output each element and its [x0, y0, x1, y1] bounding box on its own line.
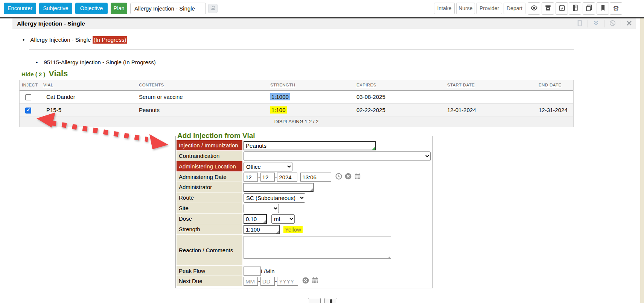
stage-button-intake[interactable]: Intake: [434, 3, 455, 14]
expires-cell: 02-22-2025: [354, 103, 445, 117]
peak-flow-input[interactable]: [244, 267, 261, 276]
eye-icon: [530, 4, 538, 13]
bookmark-icon: [599, 4, 607, 13]
stage-button-nurse[interactable]: Nurse: [456, 3, 475, 14]
scrollbar-track[interactable]: [640, 18, 644, 303]
column-header-expires[interactable]: EXPIRES: [356, 83, 376, 87]
clear-date-icon[interactable]: [302, 277, 309, 286]
clear-date-icon[interactable]: [344, 173, 352, 182]
calendar-icon[interactable]: [311, 277, 319, 286]
archive-button[interactable]: [542, 2, 554, 15]
settings-button[interactable]: ⚙: [610, 2, 622, 15]
date-separator: -: [275, 278, 277, 284]
injection-immunization-input[interactable]: [244, 141, 376, 150]
divider: [621, 20, 621, 27]
vials-table: INJECT VIAL CONTENTS STRENGTH EXPIRES ST…: [20, 80, 573, 117]
column-header-end-date[interactable]: END DATE: [539, 83, 562, 87]
next-due-month-input[interactable]: [244, 277, 258, 286]
status-badge: (In Progress): [93, 36, 128, 44]
dose-label: Dose: [177, 214, 242, 224]
calendar-check-icon: [558, 4, 566, 13]
contents-cell: Peanuts: [137, 103, 268, 117]
divider: [604, 20, 604, 27]
section-title-bar: Allergy Injection - Single: [12, 18, 636, 29]
template-save-button[interactable]: [208, 4, 218, 13]
table-row[interactable]: P15-5 Peanuts 1:100 02-22-2025 12-01-202…: [20, 103, 573, 117]
strength-cell: 1:1000: [270, 93, 290, 100]
admin-time-input[interactable]: [300, 173, 331, 182]
administering-location-select[interactable]: Office: [244, 162, 292, 171]
administering-date-label: Administering Date: [177, 172, 242, 182]
date-separator: -: [258, 278, 260, 284]
peak-flow-label: Peak Flow: [177, 266, 242, 276]
vials-header-row: INJECT VIAL CONTENTS STRENGTH EXPIRES ST…: [20, 80, 573, 90]
save-icon: [210, 5, 216, 12]
inject-checkbox[interactable]: [25, 94, 31, 100]
vials-section: Hide ( 2 ) Vials INJECT VIAL CONTENTS ST…: [19, 69, 574, 127]
note-item-text: Allergy Injection - Single: [30, 36, 91, 43]
route-label: Route: [177, 192, 242, 203]
notebook-button[interactable]: [569, 2, 581, 15]
no-entry-icon[interactable]: [609, 20, 616, 28]
strength-cell: 1:100: [270, 106, 287, 114]
inject-checkbox[interactable]: [25, 108, 31, 114]
peak-flow-unit: L/Min: [261, 268, 275, 274]
clock-icon[interactable]: [335, 173, 343, 182]
nav-button-objective[interactable]: Objective: [75, 3, 108, 14]
column-header-vial[interactable]: VIAL: [43, 83, 53, 87]
hide-vials-link[interactable]: Hide ( 2 ): [21, 71, 45, 77]
close-icon[interactable]: [626, 20, 633, 28]
stage-button-depart[interactable]: Depart: [504, 3, 525, 14]
note-item-text: 95115-Allergy Injection - Single (In Pro…: [44, 59, 155, 65]
vial-cell: P15-5: [41, 103, 137, 117]
injection-immunization-label: Injection / Immunization: [177, 140, 242, 150]
divider: [72, 74, 574, 74]
route-select[interactable]: SC (Subcutaneous): [244, 193, 305, 203]
administrator-input[interactable]: [244, 183, 314, 192]
notebook-icon[interactable]: [576, 20, 583, 28]
dose-input[interactable]: [244, 214, 267, 224]
copy-button[interactable]: [583, 2, 595, 15]
dose-unit-select[interactable]: mL: [271, 214, 295, 224]
table-row[interactable]: Cat Dander Serum or vaccine 1:1000 03-08…: [20, 90, 573, 103]
column-header-contents[interactable]: CONTENTS: [139, 83, 164, 87]
strength-input[interactable]: [244, 225, 280, 234]
calendar-check-button[interactable]: [556, 2, 568, 15]
admin-date-day-input[interactable]: [260, 173, 275, 182]
vials-section-title: Vials: [49, 69, 68, 79]
end-date-cell: 12-31-2024: [536, 103, 573, 117]
expires-cell: 03-08-2025: [354, 90, 445, 103]
bookmark-button[interactable]: [597, 2, 609, 15]
nav-button-encounter[interactable]: Encounter: [4, 3, 36, 14]
bottom-button[interactable]: [308, 298, 321, 303]
bottom-clipboard-button[interactable]: [324, 298, 337, 303]
contraindication-select[interactable]: [244, 152, 431, 161]
divider: [29, 49, 574, 50]
reaction-comments-textarea[interactable]: [244, 236, 391, 259]
vial-cell: Cat Dander: [41, 90, 137, 103]
strength-label: Strength: [177, 224, 242, 234]
nav-button-subjective[interactable]: Subjective: [39, 3, 72, 14]
next-due-year-input[interactable]: [277, 277, 298, 286]
date-separator: -: [275, 174, 277, 180]
admin-date-year-input[interactable]: [277, 173, 297, 182]
column-header-strength[interactable]: STRENGTH: [270, 83, 295, 87]
contents-cell: Serum or vaccine: [137, 90, 268, 103]
gears-icon: ⚙: [613, 5, 619, 12]
eye-button[interactable]: [528, 2, 540, 15]
column-header-start-date[interactable]: START DATE: [447, 83, 475, 87]
reaction-comments-label: Reaction / Comments: [177, 235, 242, 265]
archive-box-icon: [544, 4, 552, 13]
start-date-cell: [445, 90, 536, 103]
divider: [588, 20, 588, 27]
template-name-box[interactable]: Allergy Injection - Single: [130, 3, 206, 14]
contraindication-label: Contraindication: [177, 151, 242, 161]
stage-button-provider[interactable]: Provider: [477, 3, 502, 14]
collapse-chevrons-icon[interactable]: [592, 20, 600, 28]
calendar-icon[interactable]: [354, 173, 361, 182]
site-select[interactable]: [244, 204, 279, 213]
nav-button-plan[interactable]: Plan: [111, 3, 127, 14]
next-due-day-input[interactable]: [260, 277, 275, 286]
copy-pages-icon: [585, 4, 593, 13]
admin-date-month-input[interactable]: [244, 173, 258, 182]
